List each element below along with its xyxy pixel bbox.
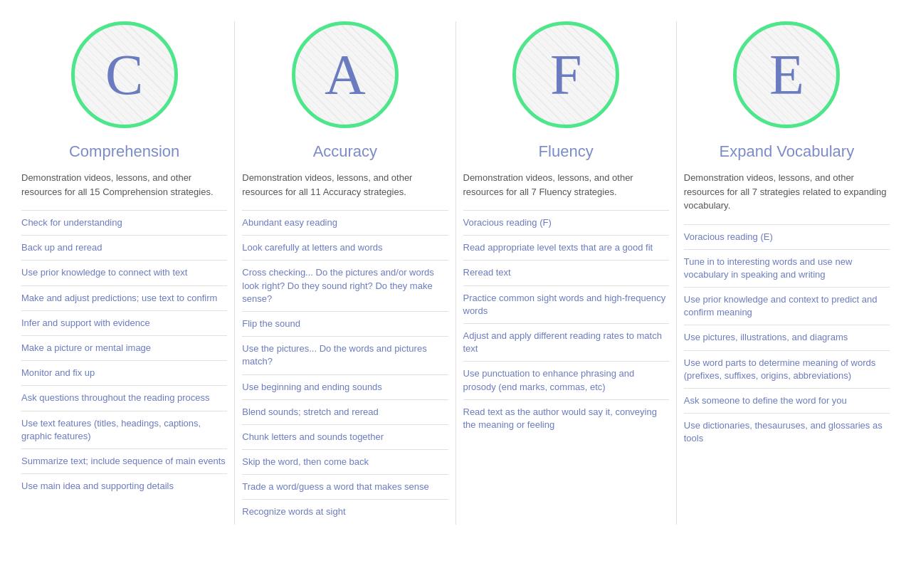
column-desc-fluency: Demonstration videos, lessons, and other…: [463, 171, 669, 199]
strategy-item-accuracy-0[interactable]: Abundant easy reading: [242, 210, 448, 235]
strategy-list-expand-vocabulary: Voracious reading (E)Tune in to interest…: [684, 224, 890, 451]
strategy-item-accuracy-2[interactable]: Cross checking... Do the pictures and/or…: [242, 260, 448, 311]
column-comprehension: CComprehensionDemonstration videos, less…: [14, 21, 235, 525]
strategy-item-fluency-5[interactable]: Use punctuation to enhance phrasing and …: [463, 361, 669, 399]
strategy-item-comprehension-0[interactable]: Check for understanding: [21, 210, 227, 235]
strategy-item-accuracy-4[interactable]: Use the pictures... Do the words and pic…: [242, 336, 448, 374]
strategy-item-comprehension-9[interactable]: Summarize text; include sequence of main…: [21, 448, 227, 473]
column-fluency: FFluencyDemonstration videos, lessons, a…: [456, 21, 677, 525]
strategy-item-accuracy-3[interactable]: Flip the sound: [242, 311, 448, 336]
column-title-comprehension: Comprehension: [69, 142, 179, 161]
strategy-item-comprehension-4[interactable]: Infer and support with evidence: [21, 310, 227, 335]
strategy-item-comprehension-6[interactable]: Monitor and fix up: [21, 360, 227, 385]
strategy-item-comprehension-2[interactable]: Use prior knowledge to connect with text: [21, 260, 227, 285]
column-expand-vocabulary: EExpand VocabularyDemonstration videos, …: [677, 21, 897, 525]
strategy-item-fluency-2[interactable]: Reread text: [463, 260, 669, 285]
strategy-item-fluency-6[interactable]: Read text as the author would say it, co…: [463, 399, 669, 437]
strategy-item-accuracy-9[interactable]: Trade a word/guess a word that makes sen…: [242, 474, 448, 499]
strategy-item-accuracy-1[interactable]: Look carefully at letters and words: [242, 235, 448, 260]
strategy-item-fluency-4[interactable]: Adjust and apply different reading rates…: [463, 323, 669, 361]
circle-icon-accuracy: A: [292, 21, 399, 128]
strategy-item-expand-vocabulary-2[interactable]: Use prior knowledge and context to predi…: [684, 287, 890, 325]
strategy-item-expand-vocabulary-4[interactable]: Use word parts to determine meaning of w…: [684, 350, 890, 388]
circle-letter-comprehension: C: [105, 46, 143, 103]
strategy-item-expand-vocabulary-0[interactable]: Voracious reading (E): [684, 224, 890, 249]
strategy-item-comprehension-10[interactable]: Use main idea and supporting details: [21, 473, 227, 498]
column-desc-expand-vocabulary: Demonstration videos, lessons, and other…: [684, 171, 890, 213]
circle-letter-accuracy: A: [325, 46, 366, 103]
column-desc-comprehension: Demonstration videos, lessons, and other…: [21, 171, 227, 199]
strategy-list-accuracy: Abundant easy readingLook carefully at l…: [242, 210, 448, 525]
strategy-item-expand-vocabulary-3[interactable]: Use pictures, illustrations, and diagram…: [684, 325, 890, 350]
strategy-list-fluency: Voracious reading (F)Read appropriate le…: [463, 210, 669, 437]
circle-letter-fluency: F: [550, 46, 582, 103]
strategy-item-fluency-0[interactable]: Voracious reading (F): [463, 210, 669, 235]
column-title-accuracy: Accuracy: [313, 142, 377, 161]
strategy-item-comprehension-8[interactable]: Use text features (titles, headings, cap…: [21, 411, 227, 448]
strategy-item-fluency-3[interactable]: Practice common sight words and high-fre…: [463, 285, 669, 323]
column-title-fluency: Fluency: [539, 142, 594, 161]
strategy-item-fluency-1[interactable]: Read appropriate level texts that are a …: [463, 235, 669, 260]
strategy-item-expand-vocabulary-6[interactable]: Use dictionaries, thesauruses, and gloss…: [684, 413, 890, 451]
strategy-item-accuracy-10[interactable]: Recognize words at sight: [242, 499, 448, 524]
column-desc-accuracy: Demonstration videos, lessons, and other…: [242, 171, 448, 199]
column-accuracy: AAccuracyDemonstration videos, lessons, …: [235, 21, 456, 525]
strategy-item-expand-vocabulary-1[interactable]: Tune in to interesting words and use new…: [684, 249, 890, 287]
strategy-item-comprehension-7[interactable]: Ask questions throughout the reading pro…: [21, 385, 227, 410]
strategy-item-comprehension-1[interactable]: Back up and reread: [21, 235, 227, 260]
strategy-item-accuracy-5[interactable]: Use beginning and ending sounds: [242, 374, 448, 399]
column-title-expand-vocabulary: Expand Vocabulary: [720, 142, 855, 161]
columns-row: CComprehensionDemonstration videos, less…: [14, 21, 897, 525]
strategy-item-comprehension-3[interactable]: Make and adjust predictions; use text to…: [21, 285, 227, 310]
circle-letter-expand-vocabulary: E: [769, 46, 804, 103]
page-container: CComprehensionDemonstration videos, less…: [0, 0, 911, 539]
strategy-list-comprehension: Check for understandingBack up and rerea…: [21, 210, 227, 498]
strategy-item-accuracy-7[interactable]: Chunk letters and sounds together: [242, 424, 448, 449]
circle-icon-expand-vocabulary: E: [733, 21, 840, 128]
circle-icon-fluency: F: [512, 21, 619, 128]
strategy-item-expand-vocabulary-5[interactable]: Ask someone to define the word for you: [684, 388, 890, 413]
strategy-item-comprehension-5[interactable]: Make a picture or mental image: [21, 335, 227, 360]
strategy-item-accuracy-6[interactable]: Blend sounds; stretch and reread: [242, 399, 448, 424]
circle-icon-comprehension: C: [71, 21, 178, 128]
strategy-item-accuracy-8[interactable]: Skip the word, then come back: [242, 449, 448, 474]
